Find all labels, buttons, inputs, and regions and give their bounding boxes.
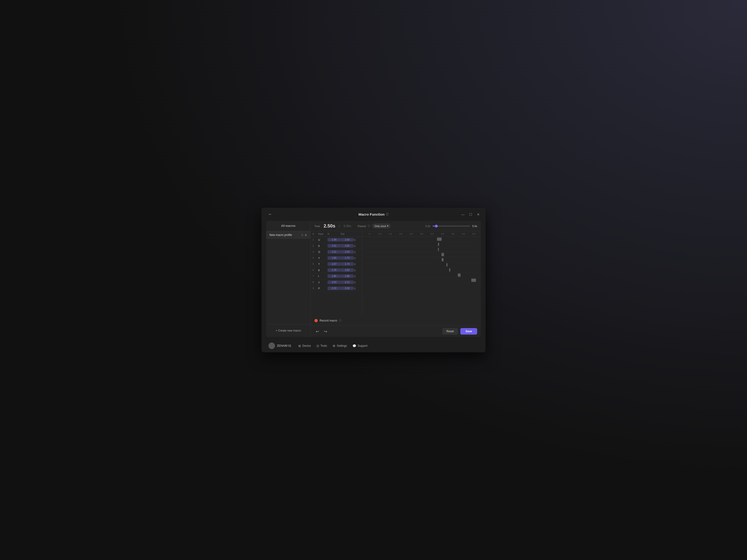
title-bar: ← Macro Function ⓘ — ☐ ✕ [261,208,486,221]
delete-icon[interactable]: 🗑 [354,269,361,272]
row-num: 5 [313,263,318,265]
redo-button[interactable]: ↪ [323,328,329,335]
timeline-bar [437,238,442,241]
undo-button[interactable]: ↩ [314,328,320,335]
nav-label: Device [302,344,311,347]
timeline-bar [441,253,444,256]
table-row: 5 T 1.67 1.74 🗑 [311,261,362,267]
total-label: Total [314,225,320,228]
window-title: Macro Function ⓘ [359,212,389,216]
delete-icon[interactable]: 🗑 [354,287,361,290]
timeline-bar [446,263,447,266]
delete-profile-icon[interactable]: 🗑 [305,234,307,236]
col-in: In [328,233,341,235]
repeat-help-icon[interactable]: ⓘ [368,224,370,228]
timeline-tick: 2.5 [416,233,427,235]
repeat-value: Only once [375,225,386,228]
row-input: Y [318,257,328,260]
nav-label: Support [358,344,367,347]
maximize-button[interactable]: ☐ [468,212,473,217]
timeline-bar [458,273,460,277]
record-dot [314,319,318,322]
timeline-bar [449,268,450,272]
sidebar-header: All macros [266,221,310,231]
row-in: 1.85 [328,274,341,278]
slider-thumb[interactable] [435,225,438,228]
row-num: 4 [313,257,318,259]
profile-actions: ⎘ 🗑 [302,234,307,236]
nav-user: ZENAIM 01 [268,343,291,349]
settings-icon: ⚙ [333,344,335,348]
timeline-tick: 1.5 [395,233,406,235]
delete-icon[interactable]: 🗑 [354,257,361,260]
timeline-row [364,257,479,262]
copy-icon[interactable]: ⎘ [302,234,303,236]
table-rows-container: 1 U 1.49 1.64 🗑 2 9 1.51 1.55 🗑 3 O 1.51… [311,237,362,291]
row-input: 8 [318,269,328,272]
row-in: 1.66 [328,256,341,260]
record-help-icon[interactable]: ⓘ [339,319,341,322]
row-out: 1.54 [341,250,354,254]
profile-name: New macro profile [269,233,292,237]
row-num: 6 [313,269,318,271]
close-button[interactable]: ✕ [476,212,481,217]
panel-bottombar: ↩ ↪ Reset Save [311,325,481,337]
chevron-down-icon: ▾ [387,224,388,228]
delete-icon[interactable]: 🗑 [354,275,361,278]
table-row: 4 Y 1.66 1.75 🗑 [311,255,362,261]
timeline-row [364,278,479,283]
timeline-bars [362,237,481,316]
save-button[interactable]: Save [460,328,477,335]
title-help-icon[interactable]: ⓘ [386,213,388,216]
row-in: 1.67 [328,262,341,266]
col-input: Input [318,233,328,235]
delete-icon[interactable]: 🗑 [354,250,361,254]
panel: Total 2.50s / 5.00s Repeat ⓘ Only once ▾… [310,221,481,337]
row-input: T [318,263,328,266]
slider-max: 5.0s [472,225,477,228]
minimize-button[interactable]: — [460,212,466,217]
create-macro-button[interactable]: + Create new macro [269,328,307,334]
row-input: U [318,238,328,241]
total-separator: / [339,224,340,228]
table-header: # Input In Out [311,231,362,237]
row-out: 1.89 [341,274,354,278]
macro-profile-item[interactable]: New macro profile ⎘ 🗑 [266,231,310,239]
delete-icon[interactable]: 🗑 [354,281,361,284]
row-in: 1.51 [328,250,341,254]
nav-item-device[interactable]: ⊞Device [298,344,311,348]
avatar [268,343,275,349]
table-row: 9 P 2.33 2.50 🗑 [311,285,362,291]
row-out: 1.55 [341,244,354,247]
main-content: All macros New macro profile ⎘ 🗑 + Creat… [266,221,481,337]
row-in: 2.33 [328,287,341,290]
footer-nav: ZENAIM 01 ⊞Device⊡Tools⚙Settings💬Support [261,339,486,352]
support-icon: 💬 [353,344,356,348]
app-window: ← Macro Function ⓘ — ☐ ✕ All macros New … [261,208,486,352]
row-in: 1.49 [328,238,341,241]
nav-item-settings[interactable]: ⚙Settings [333,344,347,348]
timeline-tick: 3.0 [427,233,437,235]
row-out: 1.74 [341,262,354,266]
back-button[interactable]: ← [266,211,274,218]
row-num: 2 [313,244,318,247]
delete-icon[interactable]: 🗑 [354,238,361,241]
row-out: 1.64 [341,238,354,241]
timeline-row [364,267,479,272]
delete-icon[interactable]: 🗑 [354,244,361,247]
repeat-dropdown[interactable]: Only once ▾ [372,223,391,229]
row-num: 9 [313,287,318,290]
table-area: # Input In Out 1 U 1.49 1.64 🗑 2 9 1.51 … [311,231,481,316]
nav-item-support[interactable]: 💬Support [353,344,367,348]
timeline-header: 00.51.01.52.02.53.03.54.04.55.0 [362,231,481,237]
slider-track[interactable] [433,225,470,226]
nav-item-tools[interactable]: ⊡Tools [316,344,327,348]
total-max: 5.00s [344,224,351,228]
timeline-tick: 4.5 [458,233,469,235]
delete-icon[interactable]: 🗑 [354,263,361,266]
row-num: 1 [313,238,318,241]
timeline-bar [442,258,444,261]
reset-button[interactable]: Reset [442,328,458,335]
record-section: Record macro ⓘ [311,316,481,325]
timeline-tick: 1.0 [385,233,395,235]
